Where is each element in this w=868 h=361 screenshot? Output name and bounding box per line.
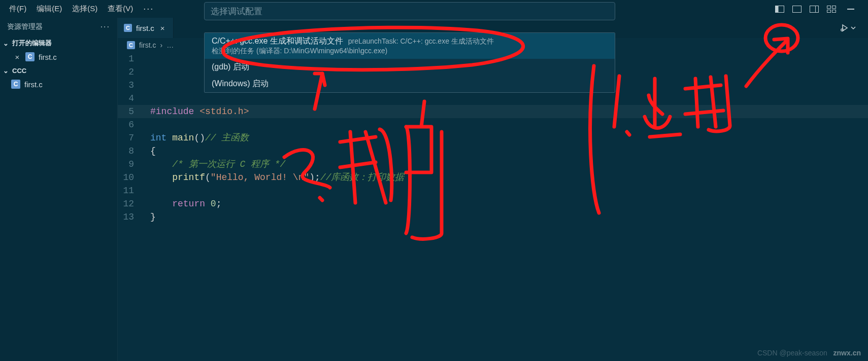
chevron-down-icon: ⌄ bbox=[3, 40, 10, 47]
c-file-icon: C bbox=[11, 80, 20, 89]
svg-rect-10 bbox=[847, 9, 854, 10]
svg-rect-4 bbox=[810, 6, 819, 12]
c-file-icon: C bbox=[124, 24, 132, 32]
sidebar-open-editors[interactable]: ⌄ 打开的编辑器 bbox=[0, 36, 117, 50]
picker-placeholder: 选择调试配置 bbox=[211, 6, 262, 17]
layout-grid-icon[interactable] bbox=[824, 3, 839, 15]
picker-item-title: (gdb) 启动 bbox=[212, 62, 608, 73]
line-number: 7 bbox=[118, 131, 149, 145]
tab-label: first.c bbox=[136, 24, 154, 32]
line-number: 13 bbox=[118, 210, 149, 224]
picker-item-windows[interactable]: (Windows) 启动 bbox=[205, 76, 615, 92]
menu-file[interactable]: 件(F) bbox=[4, 1, 31, 17]
workspace-file-label: first.c bbox=[24, 80, 43, 89]
sidebar-section-label: 打开的编辑器 bbox=[12, 39, 52, 48]
picker-item-gdb[interactable]: (gdb) 启动 bbox=[205, 59, 615, 76]
sidebar-title: 资源管理器 bbox=[7, 22, 43, 31]
breadcrumb-more: … bbox=[166, 41, 174, 49]
line-number: 3 bbox=[118, 79, 149, 92]
line-number: 1 bbox=[118, 52, 149, 65]
layout-left-icon[interactable] bbox=[773, 3, 787, 15]
picker-item-gcc[interactable]: C/C++: gcc.exe 生成和调试活动文件 preLaunchTask: … bbox=[205, 33, 615, 59]
workspace-label: CCC bbox=[12, 67, 26, 75]
sidebar: 资源管理器 ··· ⌄ 打开的编辑器 × C first.c ⌄ CCC C f… bbox=[0, 18, 118, 361]
c-file-icon: C bbox=[25, 52, 35, 61]
line-number: 6 bbox=[118, 118, 149, 131]
svg-rect-5 bbox=[816, 6, 819, 12]
line-number: 5 bbox=[118, 105, 149, 118]
svg-rect-1 bbox=[776, 6, 779, 12]
picker-item-title: (Windows) 启动 bbox=[212, 79, 608, 89]
picker-item-hint: preLaunchTask: C/C++: gcc.exe 生成活动文件 bbox=[348, 37, 494, 46]
debug-config-picker: 选择调试配置 C/C++: gcc.exe 生成和调试活动文件 preLaunc… bbox=[204, 2, 615, 93]
menu-select[interactable]: 选择(S) bbox=[67, 1, 103, 17]
sidebar-header: 资源管理器 ··· bbox=[0, 18, 117, 36]
line-number: 9 bbox=[118, 158, 149, 171]
chevron-down-icon: ⌄ bbox=[3, 67, 10, 75]
line-number: 2 bbox=[118, 65, 149, 79]
debug-config-input[interactable]: 选择调试配置 bbox=[204, 2, 615, 20]
svg-rect-8 bbox=[827, 10, 831, 12]
layout-right-icon[interactable] bbox=[807, 3, 821, 15]
line-number: 10 bbox=[118, 171, 149, 184]
menu-edit[interactable]: 编辑(E) bbox=[31, 1, 67, 17]
line-number: 11 bbox=[118, 184, 149, 197]
debug-config-list: C/C++: gcc.exe 生成和调试活动文件 preLaunchTask: … bbox=[204, 32, 615, 93]
code-editor[interactable]: 1 2 3 4 5#include <stdio.h> 6 7int main(… bbox=[118, 52, 868, 361]
sidebar-more-icon[interactable]: ··· bbox=[101, 22, 110, 31]
chevron-down-icon[interactable] bbox=[851, 25, 856, 30]
workspace-file-item[interactable]: C first.c bbox=[0, 78, 117, 91]
tab-first-c[interactable]: C first.c × bbox=[118, 18, 174, 38]
close-icon[interactable]: × bbox=[13, 53, 21, 61]
watermark: CSDN @peak-season znwx.cn bbox=[757, 349, 861, 357]
open-editor-label: first.c bbox=[39, 53, 57, 61]
picker-item-title: C/C++: gcc.exe 生成和调试活动文件 bbox=[212, 36, 343, 47]
breadcrumb-file: first.c bbox=[139, 41, 156, 49]
picker-item-sub: 检测到的任务 (编译器: D:\MinGW\mingw64\bin\gcc.ex… bbox=[212, 47, 608, 56]
tab-close-icon[interactable]: × bbox=[158, 24, 167, 32]
line-number: 12 bbox=[118, 197, 149, 210]
c-file-icon: C bbox=[127, 41, 135, 49]
run-debug-button[interactable] bbox=[837, 21, 859, 34]
svg-rect-7 bbox=[832, 6, 836, 8]
sidebar-workspace[interactable]: ⌄ CCC bbox=[0, 63, 117, 78]
menu-more[interactable]: ··· bbox=[138, 1, 159, 17]
layout-bottom-icon[interactable] bbox=[790, 3, 804, 15]
menu-view[interactable]: 查看(V) bbox=[103, 1, 138, 17]
line-number: 4 bbox=[118, 92, 149, 105]
breadcrumb-sep: › bbox=[160, 41, 162, 49]
line-number: 8 bbox=[118, 145, 149, 158]
window-minimize[interactable] bbox=[842, 2, 860, 17]
open-editor-item[interactable]: × C first.c bbox=[0, 50, 117, 63]
svg-rect-9 bbox=[832, 10, 836, 12]
svg-rect-6 bbox=[827, 6, 831, 8]
